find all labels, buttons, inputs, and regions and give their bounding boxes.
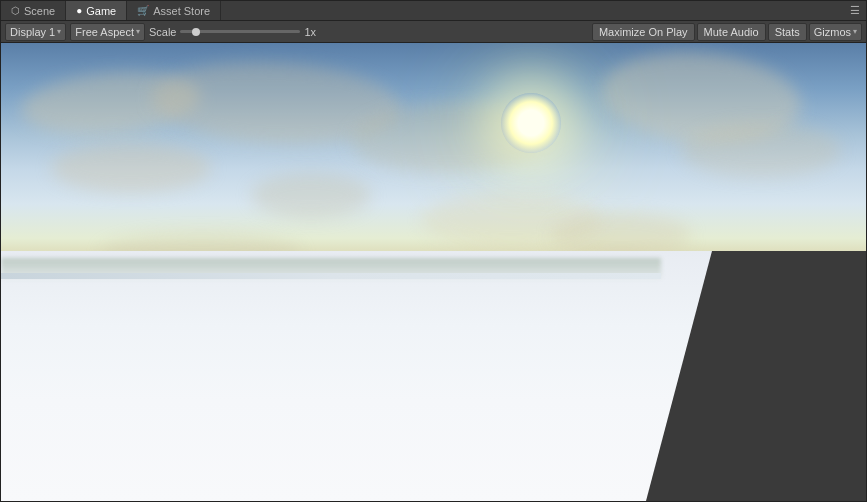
stats-label: Stats (775, 26, 800, 38)
asset-store-icon: 🛒 (137, 5, 149, 16)
scale-label: Scale (149, 26, 177, 38)
tab-game-label: Game (86, 5, 116, 17)
aspect-dropdown-arrow: ▾ (136, 27, 140, 36)
cloud-6 (681, 123, 841, 178)
display-label: Display 1 (10, 26, 55, 38)
sky-background (1, 43, 866, 273)
maximize-on-play-label: Maximize On Play (599, 26, 688, 38)
scale-container: Scale 1x (149, 26, 316, 38)
mute-audio-label: Mute Audio (704, 26, 759, 38)
display-dropdown-arrow: ▾ (57, 27, 61, 36)
tab-game[interactable]: ● Game (66, 1, 127, 20)
toolbar: Display 1 ▾ Free Aspect ▾ Scale 1x Maxim… (1, 21, 866, 43)
stats-button[interactable]: Stats (768, 23, 807, 41)
cloud-7 (251, 173, 371, 218)
dark-wedge (646, 251, 866, 501)
mute-audio-button[interactable]: Mute Audio (697, 23, 766, 41)
gizmos-dropdown-arrow: ▾ (853, 27, 857, 36)
tab-asset-store[interactable]: 🛒 Asset Store (127, 1, 221, 20)
tab-asset-store-label: Asset Store (153, 5, 210, 17)
horizon-line (1, 273, 661, 279)
game-icon: ● (76, 5, 82, 16)
scene-icon: ⬡ (11, 5, 20, 16)
gizmos-button[interactable]: Gizmos ▾ (809, 23, 862, 41)
ground-area (1, 251, 866, 501)
toolbar-right: Maximize On Play Mute Audio Stats Gizmos… (592, 23, 862, 41)
sun (501, 93, 561, 153)
display-dropdown[interactable]: Display 1 ▾ (5, 23, 66, 41)
maximize-on-play-button[interactable]: Maximize On Play (592, 23, 695, 41)
editor-window: ⬡ Scene ● Game 🛒 Asset Store ☰ Display 1… (0, 0, 867, 502)
cloud-layer (1, 43, 866, 273)
tab-scene[interactable]: ⬡ Scene (1, 1, 66, 20)
tab-bar: ⬡ Scene ● Game 🛒 Asset Store ☰ (1, 1, 866, 21)
scale-value: 1x (304, 26, 316, 38)
tab-scene-label: Scene (24, 5, 55, 17)
tab-menu-button[interactable]: ☰ (844, 1, 866, 20)
game-view (1, 43, 866, 501)
gizmos-label: Gizmos (814, 26, 851, 38)
scale-slider[interactable] (180, 30, 300, 33)
aspect-label: Free Aspect (75, 26, 134, 38)
aspect-dropdown[interactable]: Free Aspect ▾ (70, 23, 145, 41)
cloud-5 (51, 143, 211, 193)
tab-menu-icon: ☰ (850, 4, 860, 17)
